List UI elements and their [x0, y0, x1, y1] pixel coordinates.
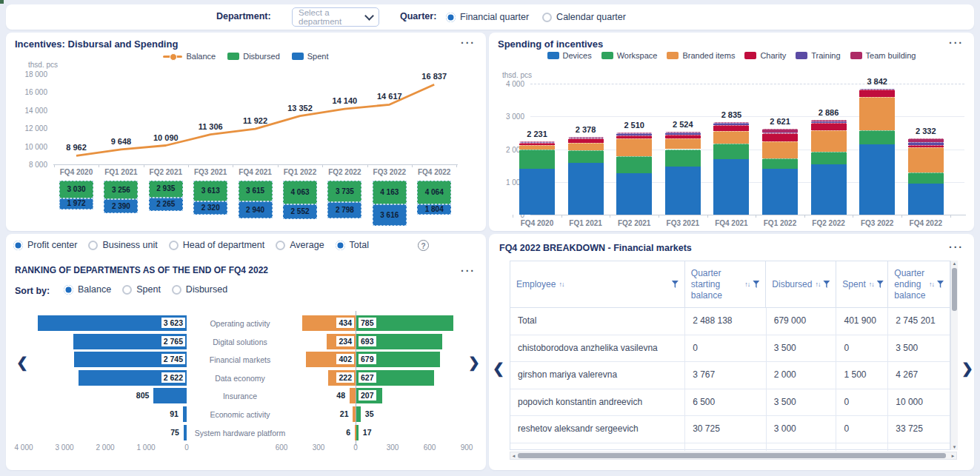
stack-segment-branded-items[interactable] [519, 145, 555, 150]
stack-segment-branded-items[interactable] [568, 143, 604, 150]
disbursed-bar[interactable] [356, 425, 359, 440]
balance-bar[interactable] [184, 425, 187, 440]
sort-icon[interactable]: ↑↓ [815, 281, 820, 288]
horizontal-scrollbar[interactable]: ◄ ► [510, 452, 957, 460]
department-select[interactable]: Select a department [292, 7, 379, 27]
stack-segment-devices[interactable] [568, 163, 604, 215]
stack-segment-training[interactable] [908, 142, 944, 145]
balance-bar[interactable] [183, 406, 187, 422]
scrollbar-thumb[interactable] [952, 268, 957, 311]
stack-segment-workspace[interactable] [616, 156, 652, 173]
stack-segment-charity[interactable] [908, 145, 944, 148]
stack-segment-devices[interactable] [665, 167, 701, 215]
column-header-employee[interactable]: Employee↑↓ [510, 261, 685, 307]
stack-segment-branded-items[interactable] [859, 97, 895, 130]
stack-segment-charity[interactable] [665, 135, 701, 138]
stack-segment-team-building[interactable] [811, 120, 847, 121]
column-header-spent[interactable]: Spent↑↓ [836, 261, 888, 307]
table-body: Total2 488 138679 000401 9002 745 201chi… [510, 308, 950, 451]
sort-icon[interactable]: ↑↓ [559, 281, 564, 288]
scroll-right-icon[interactable]: ► [950, 453, 956, 459]
sort-icon[interactable]: ↑↓ [744, 281, 750, 288]
scroll-up-icon[interactable]: ▲ [951, 261, 958, 267]
filter-icon[interactable] [877, 281, 884, 288]
stack-segment-team-building[interactable] [665, 132, 701, 133]
stack-segment-training[interactable] [568, 138, 604, 139]
page-left-icon[interactable]: ❮ [493, 361, 504, 375]
stack-segment-charity[interactable] [811, 123, 847, 130]
radio-financial-quarter[interactable]: Financial quarter [446, 12, 529, 22]
stack-segment-branded-items[interactable] [713, 131, 749, 144]
stack-segment-training[interactable] [859, 89, 895, 90]
stack-segment-branded-items[interactable] [908, 147, 944, 172]
stack-segment-team-building[interactable] [568, 137, 604, 138]
stack-segment-team-building[interactable] [713, 122, 749, 124]
stack-segment-workspace[interactable] [908, 172, 944, 184]
disbursed-bar[interactable] [356, 406, 361, 422]
filter-icon[interactable] [823, 281, 830, 288]
stack-segment-devices[interactable] [519, 169, 555, 215]
stack-segment-workspace[interactable] [811, 152, 847, 164]
stack-segment-workspace[interactable] [568, 150, 604, 163]
table-row[interactable]: Total2 488 138679 000401 9002 745 201 [510, 308, 950, 335]
column-header-quarter-starting-balance[interactable]: Quarter starting balance↑↓ [685, 261, 767, 307]
stack-segment-devices[interactable] [859, 144, 895, 215]
stack-segment-training[interactable] [762, 133, 798, 133]
spent-bar[interactable] [350, 388, 356, 403]
stack-segment-branded-items[interactable] [811, 130, 847, 152]
stack-segment-branded-items[interactable] [616, 138, 652, 156]
stack-segment-branded-items[interactable] [665, 138, 701, 149]
stack-segment-devices[interactable] [811, 164, 847, 215]
stack-segment-training[interactable] [713, 123, 749, 125]
stack-segment-charity[interactable] [568, 138, 604, 143]
stack-segment-training[interactable] [616, 133, 652, 135]
table-row[interactable]: chistoborodova anzhelika vasilevna03 500… [510, 335, 950, 363]
stack-segment-branded-items[interactable] [762, 141, 798, 158]
vertical-scrollbar[interactable]: ▲ ▼ [950, 261, 958, 450]
page-right-icon[interactable]: ❯ [961, 361, 973, 375]
menu-icon[interactable]: ··· [949, 241, 964, 253]
spent-value-label: 2 265 [149, 200, 183, 208]
balance-bar[interactable] [153, 388, 187, 403]
stack-segment-workspace[interactable] [762, 158, 798, 169]
y-axis-unit: thsd. pcs [502, 71, 532, 79]
filter-icon[interactable] [672, 281, 679, 288]
stack-segment-workspace[interactable] [859, 130, 895, 144]
spent-value-label: 21 [338, 409, 351, 419]
table-cell: 679 000 [767, 308, 837, 335]
column-header-disbursed[interactable]: Disbursed↑↓ [766, 261, 836, 307]
stack-segment-charity[interactable] [859, 90, 895, 97]
stack-segment-devices[interactable] [713, 159, 749, 215]
table-row[interactable]: girshon mariya valerevna3 7672 0001 5004… [510, 362, 950, 389]
flow-axis-tick-label: 300 [374, 443, 411, 452]
stack-segment-workspace[interactable] [713, 144, 749, 159]
stack-segment-devices[interactable] [762, 169, 798, 215]
stack-segment-training[interactable] [811, 121, 847, 123]
stack-segment-team-building[interactable] [908, 138, 944, 142]
table-row[interactable]: popovich konstantin andreevich6 5003 500… [510, 389, 950, 417]
filter-icon[interactable] [937, 281, 944, 288]
radio-calendar-quarter[interactable]: Calendar quarter [542, 12, 626, 22]
stack-segment-training[interactable] [665, 133, 701, 135]
stack-segment-team-building[interactable] [519, 141, 555, 142]
stack-segment-charity[interactable] [762, 133, 798, 141]
scroll-down-icon[interactable]: ▼ [951, 444, 958, 450]
sort-icon[interactable]: ↑↓ [869, 281, 874, 288]
stack-segment-team-building[interactable] [616, 133, 652, 133]
stack-segment-charity[interactable] [713, 125, 749, 131]
column-header-quarter-ending-balance[interactable]: Quarter ending balance↑↓ [888, 261, 950, 307]
stack-segment-workspace[interactable] [665, 150, 701, 167]
stack-segment-charity[interactable] [519, 143, 555, 145]
table-row[interactable]: reshetov aleksandr sergeevich30 7253 000… [510, 416, 950, 443]
spent-bar[interactable] [353, 406, 356, 422]
stack-segment-charity[interactable] [616, 135, 652, 139]
stack-segment-workspace[interactable] [519, 150, 555, 169]
scrollbar-thumb[interactable] [518, 453, 946, 458]
stack-segment-devices[interactable] [616, 173, 652, 215]
stack-segment-team-building[interactable] [762, 129, 798, 133]
sort-icon[interactable]: ↑↓ [929, 281, 934, 288]
table-row[interactable]: kapitonov timofej olegovich3 0001 50004 … [510, 443, 950, 452]
scroll-left-icon[interactable]: ◄ [510, 453, 517, 459]
filter-icon[interactable] [753, 281, 759, 288]
stack-segment-devices[interactable] [908, 184, 944, 215]
